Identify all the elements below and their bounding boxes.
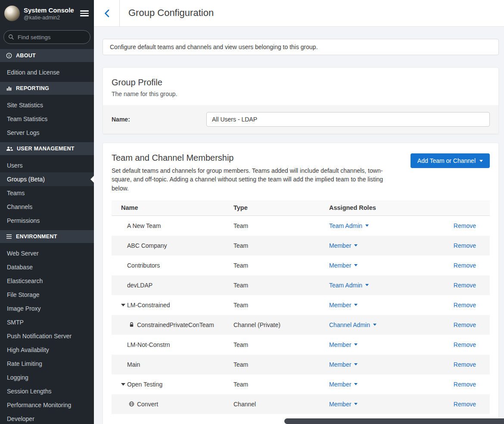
sidebar-item-site-statistics[interactable]: Site Statistics [0, 98, 94, 112]
role-dropdown[interactable]: Member [329, 381, 358, 388]
role-dropdown[interactable]: Member [329, 242, 358, 249]
row-name-cell: devLDAP [112, 282, 233, 289]
sidebar-item-groups-beta[interactable]: Groups (Beta) [0, 172, 94, 186]
remove-link[interactable]: Remove [454, 262, 476, 269]
table-row: ConvertChannelMemberRemove [112, 394, 490, 414]
horizontal-scrollbar[interactable] [284, 418, 504, 424]
role-dropdown[interactable]: Member [329, 262, 358, 269]
sidebar-item-rate-limiting[interactable]: Rate Limiting [0, 357, 94, 371]
sidebar-item-edition-and-license[interactable]: Edition and License [0, 65, 94, 79]
remove-link[interactable]: Remove [454, 321, 476, 328]
row-name: Open Testing [127, 381, 162, 388]
row-type: Team [233, 242, 329, 249]
collapse-caret-icon[interactable] [121, 304, 125, 306]
menu-icon[interactable] [80, 9, 89, 17]
remove-link[interactable]: Remove [454, 302, 476, 309]
table-row: A New TeamTeamTeam AdminRemove [112, 216, 490, 236]
sidebar-item-high-availability[interactable]: High Availability [0, 343, 94, 357]
back-chevron-icon [104, 9, 109, 18]
console-identity: System Console @katie-admin2 [24, 6, 80, 21]
role-label: Member [329, 242, 351, 249]
role-dropdown[interactable]: Member [329, 401, 358, 408]
collapse-caret-icon[interactable] [121, 383, 125, 386]
back-button[interactable] [94, 0, 120, 27]
remove-link[interactable]: Remove [454, 401, 476, 408]
column-header-name: Name [112, 204, 233, 211]
membership-title: Team and Channel Membership [112, 153, 394, 163]
sidebar-item-logging[interactable]: Logging [0, 371, 94, 384]
sidebar-item-elasticsearch[interactable]: Elasticsearch [0, 274, 94, 288]
membership-heading: Team and Channel Membership Set default … [112, 153, 394, 193]
sidebar-item-file-storage[interactable]: File Storage [0, 288, 94, 302]
sidebar-item-web-server[interactable]: Web Server [0, 246, 94, 260]
row-type: Team [233, 361, 329, 368]
active-item-pointer [90, 176, 94, 183]
chevron-down-icon [354, 403, 358, 405]
row-actions-cell: Remove [425, 302, 490, 309]
group-name-input[interactable] [206, 112, 490, 127]
row-role-cell: Team Admin [329, 222, 425, 229]
sidebar-header: System Console @katie-admin2 [0, 0, 94, 27]
remove-link[interactable]: Remove [454, 341, 476, 348]
remove-link[interactable]: Remove [454, 222, 476, 229]
remove-link[interactable]: Remove [454, 242, 476, 249]
row-name-cell: A New Team [112, 222, 233, 229]
row-name: A New Team [127, 222, 161, 229]
avatar[interactable] [4, 6, 20, 21]
remove-link[interactable]: Remove [454, 381, 476, 388]
sidebar-item-session-lengths[interactable]: Session Lengths [0, 384, 94, 398]
remove-link[interactable]: Remove [454, 361, 476, 368]
row-type: Team [233, 222, 329, 229]
chevron-down-icon [365, 224, 369, 227]
sidebar-section-reporting: REPORTING [0, 82, 94, 95]
table-row: MainTeamMemberRemove [112, 355, 490, 374]
chevron-down-icon [354, 363, 358, 365]
role-label: Member [329, 401, 351, 408]
sidebar-item-push-notification-server[interactable]: Push Notification Server [0, 329, 94, 343]
role-dropdown[interactable]: Member [329, 302, 358, 309]
role-dropdown[interactable]: Channel Admin [329, 321, 376, 328]
search-input[interactable] [3, 30, 90, 44]
add-team-or-channel-button[interactable]: Add Team or Channel [411, 153, 490, 168]
chevron-down-icon [365, 284, 369, 286]
sidebar-item-smtp[interactable]: SMTP [0, 315, 94, 329]
console-title: System Console [24, 6, 80, 14]
sidebar-item-permissions[interactable]: Permissions [0, 214, 94, 228]
sidebar-item-server-logs[interactable]: Server Logs [0, 126, 94, 140]
page-header: Group Configuration [94, 0, 504, 27]
remove-link[interactable]: Remove [454, 282, 476, 289]
row-type: Team [233, 381, 329, 388]
membership-table: NameTypeAssigned Roles A New TeamTeamTea… [112, 200, 490, 414]
table-row: LM-ConstrainedTeamMemberRemove [112, 295, 490, 315]
role-label: Member [329, 341, 351, 348]
sidebar-item-image-proxy[interactable]: Image Proxy [0, 302, 94, 315]
row-type: Team [233, 302, 329, 309]
chevron-down-icon [373, 324, 376, 326]
row-type: Channel (Private) [233, 321, 329, 328]
sidebar-item-users[interactable]: Users [0, 159, 94, 172]
sidebar-section-environment: ENVIRONMENT [0, 230, 94, 243]
sidebar-section-label: REPORTING [16, 85, 49, 91]
role-dropdown[interactable]: Team Admin [329, 222, 369, 229]
settings-search [3, 30, 90, 44]
sidebar-item-database[interactable]: Database [0, 260, 94, 274]
row-name-cell: ConstrainedPrivateConTeam [112, 321, 233, 328]
sidebar-item-developer[interactable]: Developer [0, 412, 94, 424]
column-header-assigned-roles: Assigned Roles [329, 204, 425, 211]
row-actions-cell: Remove [425, 242, 490, 249]
row-actions-cell: Remove [425, 262, 490, 269]
role-dropdown[interactable]: Team Admin [329, 282, 369, 289]
bar-chart-icon [6, 85, 12, 91]
add-team-or-channel-label: Add Team or Channel [417, 157, 476, 164]
sidebar-item-team-statistics[interactable]: Team Statistics [0, 112, 94, 126]
row-actions-cell: Remove [425, 341, 490, 348]
role-dropdown[interactable]: Member [329, 361, 358, 368]
role-dropdown[interactable]: Member [329, 341, 358, 348]
sidebar-item-teams[interactable]: Teams [0, 186, 94, 200]
role-label: Member [329, 302, 351, 309]
row-type: Channel [233, 401, 329, 408]
row-name-cell: Contributors [112, 262, 233, 269]
sidebar-item-channels[interactable]: Channels [0, 200, 94, 214]
row-name-cell: LM-Not-Constrn [112, 341, 233, 348]
sidebar-item-performance-monitoring[interactable]: Performance Monitoring [0, 398, 94, 412]
